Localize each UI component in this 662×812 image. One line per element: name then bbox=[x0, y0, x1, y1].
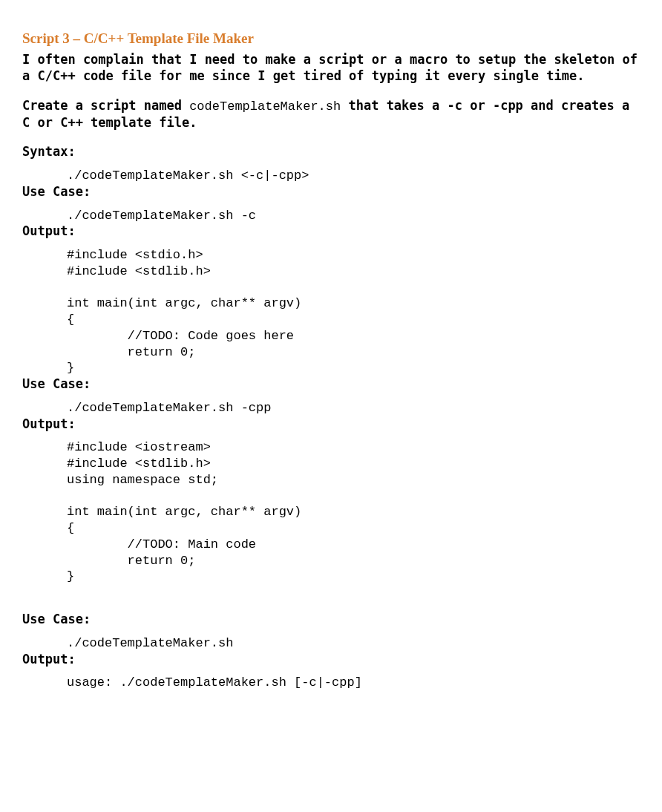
create-code-inline: codeTemplateMaker.sh bbox=[189, 99, 341, 114]
syntax-command: ./codeTemplateMaker.sh <-c|-cpp> bbox=[22, 168, 640, 184]
output1-label: Output: bbox=[22, 223, 640, 240]
output3-label: Output: bbox=[22, 652, 640, 668]
usecase2-command: ./codeTemplateMaker.sh -cpp bbox=[22, 400, 640, 416]
create-paragraph: Create a script named codeTemplateMaker.… bbox=[22, 98, 640, 131]
output3-code: usage: ./codeTemplateMaker.sh [-c|-cpp] bbox=[22, 675, 640, 691]
section-heading: Script 3 – C/C++ Template File Maker bbox=[22, 30, 640, 48]
output2-code: #include <iostream> #include <stdlib.h> … bbox=[22, 439, 640, 585]
usecase3-label: Use Case: bbox=[22, 612, 640, 628]
usecase3-command: ./codeTemplateMaker.sh bbox=[22, 635, 640, 652]
usecase1-command: ./codeTemplateMaker.sh -c bbox=[22, 208, 640, 224]
create-text-pre: Create a script named bbox=[22, 98, 189, 113]
usecase1-label: Use Case: bbox=[22, 184, 640, 200]
output2-label: Output: bbox=[22, 416, 640, 433]
intro-paragraph: I often complain that I need to make a s… bbox=[22, 52, 640, 85]
syntax-label: Syntax: bbox=[22, 144, 640, 160]
output1-code: #include <stdio.h> #include <stdlib.h> i… bbox=[22, 247, 640, 376]
usecase2-label: Use Case: bbox=[22, 376, 640, 393]
